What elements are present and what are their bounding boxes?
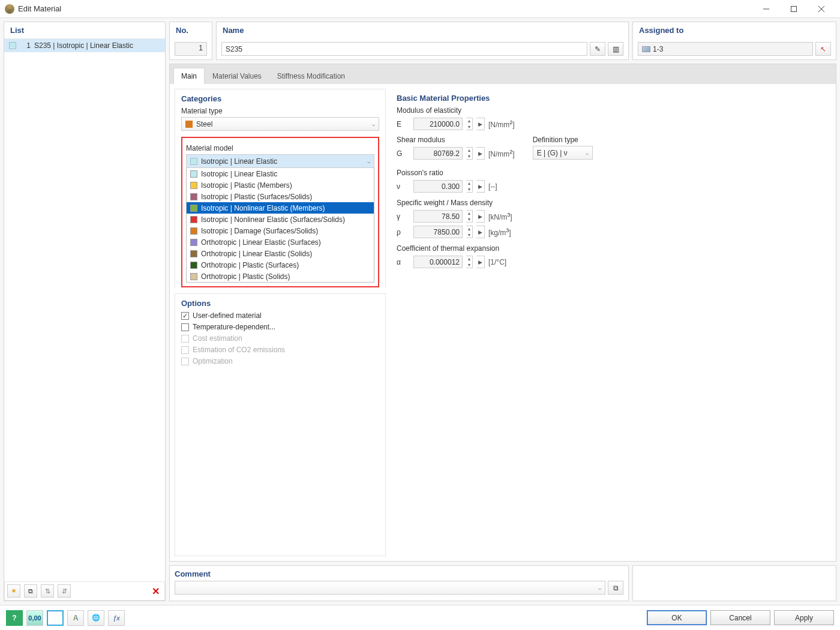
sort-desc-button[interactable]: ⇵ [58, 584, 71, 598]
aux-panel [632, 565, 836, 601]
nu-unit: [--] [488, 182, 497, 191]
gamma-menu-button[interactable]: ▶ [476, 210, 485, 223]
chevron-down-icon: ⌵ [598, 585, 601, 591]
def-type-label: Definition type [533, 136, 593, 144]
close-button[interactable] [808, 0, 835, 18]
assigned-value-box: 1-3 [638, 42, 813, 56]
option-optimization: Optimization [181, 357, 379, 365]
alpha-input[interactable] [413, 256, 463, 268]
tab-stiffness-modification[interactable]: Stiffness Modification [269, 68, 353, 84]
option-co2: Estimation of CO2 emissions [181, 346, 379, 354]
name-input[interactable] [221, 42, 587, 56]
list-item-swatch [9, 42, 16, 49]
material-model-list: Isotropic | Linear Elastic Isotropic | P… [186, 168, 374, 283]
globe-button[interactable]: 🌐 [88, 610, 104, 626]
model-option[interactable]: Isotropic | Damage (Surfaces/Solids) [187, 225, 374, 236]
material-model-highlight: Material model Isotropic | Linear Elasti… [181, 137, 379, 287]
e-input[interactable] [413, 118, 463, 130]
help-button[interactable]: ? [6, 610, 23, 626]
e-menu-button[interactable]: ▶ [476, 118, 485, 130]
g-unit: [N/mm2] [488, 149, 515, 158]
rho-input[interactable] [413, 226, 463, 238]
nu-label: Poisson's ratio [397, 169, 825, 177]
tab-main[interactable]: Main [173, 68, 205, 84]
list-toolbar: ✶ ⧉ ⇅ ⇵ ✕ [4, 581, 165, 601]
nu-menu-button[interactable]: ▶ [476, 180, 485, 193]
edit-name-button[interactable]: ✎ [590, 42, 605, 56]
maximize-button[interactable] [780, 0, 808, 18]
comment-input[interactable]: ⌵ [175, 581, 605, 595]
tab-panel: Main Material Values Stiffness Modificat… [169, 64, 836, 562]
material-type-label: Material type [181, 107, 379, 115]
model-option[interactable]: Orthotropic | Linear Elastic (Solids) [187, 248, 374, 259]
model-option[interactable]: Isotropic | Linear Elastic [187, 168, 374, 179]
properties-header: Basic Material Properties [397, 94, 825, 103]
units-button[interactable]: 0,00 [26, 610, 43, 626]
model-option[interactable]: Orthotropic | Plastic (Solids) [187, 271, 374, 282]
assigned-panel: Assigned to 1-3 ↖ [632, 22, 836, 60]
nu-input[interactable] [413, 180, 463, 193]
alpha-spinner[interactable]: ▲▼ [466, 256, 473, 268]
view-button[interactable] [47, 610, 64, 626]
categories-header: Categories [181, 94, 379, 103]
ok-button[interactable]: OK [647, 610, 707, 625]
model-option[interactable]: Isotropic | Plastic (Members) [187, 179, 374, 191]
assigned-header: Assigned to [633, 22, 836, 38]
e-spinner[interactable]: ▲▼ [466, 118, 473, 130]
list-item[interactable]: 1 S235 | Isotropic | Linear Elastic [4, 39, 165, 52]
rho-symbol: ρ [397, 228, 410, 236]
g-input[interactable] [413, 147, 463, 160]
options-header: Options [181, 299, 379, 308]
pick-assigned-button[interactable]: ↖ [815, 42, 831, 56]
options-group: Options User-defined material Temperatur… [175, 293, 386, 556]
sort-asc-button[interactable]: ⇅ [41, 584, 54, 598]
comment-header: Comment [175, 569, 623, 581]
gamma-spinner[interactable]: ▲▼ [466, 210, 473, 223]
option-temperature[interactable]: Temperature-dependent... [181, 323, 379, 331]
duplicate-button[interactable]: ⧉ [24, 584, 37, 598]
nu-spinner[interactable]: ▲▼ [466, 180, 473, 193]
rho-menu-button[interactable]: ▶ [476, 226, 485, 238]
no-value: 1 [175, 42, 207, 56]
comment-library-button[interactable]: ⧉ [608, 581, 623, 595]
g-menu-button[interactable]: ▶ [476, 147, 485, 160]
steel-swatch [185, 121, 193, 128]
nu-symbol: ν [397, 182, 410, 191]
material-model-label: Material model [186, 144, 374, 152]
model-option[interactable]: Isotropic | Nonlinear Elastic (Surfaces/… [187, 214, 374, 225]
rho-unit: [kg/m3] [488, 227, 511, 237]
minimize-button[interactable] [752, 0, 780, 18]
app-icon [5, 4, 14, 14]
fx-button[interactable]: ƒx [108, 610, 125, 626]
model-option[interactable]: Orthotropic | Plastic (Surfaces) [187, 259, 374, 271]
gamma-symbol: γ [397, 212, 410, 221]
def-type-dropdown[interactable]: E | (G) | ν⌵ [533, 146, 593, 160]
tab-material-values[interactable]: Material Values [205, 68, 269, 84]
bottom-toolbar: ? 0,00 A 🌐 ƒx OK Cancel Apply [0, 605, 840, 630]
model-option[interactable]: Isotropic | Nonlinear Elastic (Members) [187, 202, 374, 214]
chevron-down-icon: ⌵ [367, 158, 370, 164]
model-option[interactable]: Isotropic | Plastic (Surfaces/Solids) [187, 191, 374, 202]
gamma-unit: [kN/m3] [488, 212, 512, 221]
gamma-input[interactable] [413, 210, 463, 223]
cancel-button[interactable]: Cancel [710, 610, 770, 625]
model-option[interactable]: Orthotropic | Linear Elastic (Surfaces) [187, 236, 374, 248]
name-header: Name [217, 22, 628, 38]
alpha-unit: [1/°C] [488, 258, 506, 266]
properties-group: Basic Material Properties Modulus of ela… [391, 89, 831, 276]
library-button[interactable]: ▥ [608, 42, 623, 56]
model-swatch [190, 158, 197, 165]
tabstrip: Main Material Values Stiffness Modificat… [170, 64, 836, 84]
material-type-dropdown[interactable]: Steel ⌵ [181, 117, 379, 131]
comment-panel: Comment ⌵ ⧉ [169, 565, 629, 601]
g-spinner[interactable]: ▲▼ [466, 147, 473, 160]
new-item-button[interactable]: ✶ [7, 584, 20, 598]
option-user-defined[interactable]: User-defined material [181, 311, 379, 320]
delete-button[interactable]: ✕ [149, 584, 162, 598]
rho-spinner[interactable]: ▲▼ [466, 226, 473, 238]
material-model-dropdown[interactable]: Isotropic | Linear Elastic ⌵ [186, 154, 374, 168]
text-button[interactable]: A [67, 610, 84, 626]
apply-button[interactable]: Apply [774, 610, 834, 625]
alpha-menu-button[interactable]: ▶ [476, 256, 485, 268]
list-item-label: S235 | Isotropic | Linear Elastic [34, 41, 133, 50]
